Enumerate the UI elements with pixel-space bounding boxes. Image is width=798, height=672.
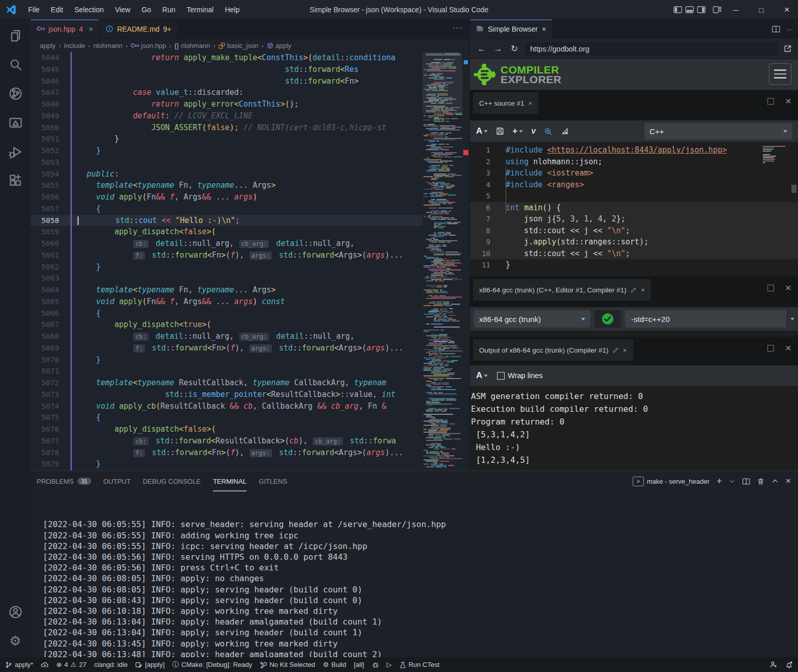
ce-scrollbar[interactable] [791,142,796,277]
options-dropdown-icon[interactable] [790,318,794,320]
editor-more-actions[interactable]: ··· [453,23,462,33]
code-line[interactable]: 5057 { [31,203,422,215]
tab-terminal[interactable]: TERMINAL [213,471,246,491]
ce-code-line[interactable]: 3#include <iostream> [470,167,798,179]
breadcrumb-item-method[interactable]: apply [267,42,291,49]
forward-icon[interactable]: → [492,44,504,54]
code-line[interactable]: 5056 void apply(Fn&& f, Args&& ... args) [31,191,422,203]
terminal-output[interactable]: [2022-04-30 06:05:55] INFO: serve_header… [31,491,798,672]
ce-code-line[interactable]: 9 j.apply(std::ranges::sort); [470,236,798,248]
settings-gear-icon[interactable]: ⚙ [3,628,28,654]
menu-go[interactable]: Go [137,4,156,16]
code-line[interactable]: 5052 } [31,145,422,157]
menu-run[interactable]: Run [158,4,180,16]
minimize-button[interactable]: ─ [725,0,747,19]
close-window-button[interactable]: × [776,0,798,19]
close-panel-icon[interactable]: × [786,476,791,486]
code-line[interactable]: 5051 } [31,133,422,145]
code-line[interactable]: 5067 apply_dispatch<true>( [31,319,422,331]
font-size-button[interactable]: A [476,126,488,136]
ce-source-tab[interactable]: C++ source #1 × [473,92,538,114]
add-pane-button[interactable]: + [512,126,523,136]
maximize-pane-icon[interactable]: □ [767,95,774,107]
ce-code-line[interactable]: 2using nlohmann::json; [470,156,798,168]
code-line[interactable]: 5078 f: std::forward<Fn>(f), args: std::… [31,447,422,459]
overview-ruler[interactable] [462,52,469,470]
debug-target-button[interactable] [372,661,379,668]
code-line[interactable]: 5058 std::cout << "Hello :-)\n"; [31,215,422,227]
code-line[interactable]: 5070 } [31,354,422,366]
branch-status[interactable]: apply* [5,661,33,668]
code-line[interactable]: 5071 [31,365,422,377]
close-pane-icon[interactable]: × [641,286,645,294]
code-line[interactable]: 5064 template<typename Fn, typename... A… [31,284,422,296]
split-editor-icon[interactable] [772,26,780,33]
code-line[interactable]: 5066 { [31,308,422,319]
terminal-dropdown-icon[interactable] [729,478,735,484]
code-line[interactable]: 5068 cb: detail::null_arg, cb_arg: detai… [31,331,422,342]
ctest-button[interactable]: Run CTest [400,661,440,668]
ce-code-line[interactable]: 8 std::cout << j << "\n"; [470,225,798,237]
breadcrumb-item[interactable]: nlohmann [93,42,122,49]
code-line[interactable]: 5060 cb: detail::null_arg, cb_arg: detai… [31,238,422,250]
problems-status[interactable]: ⊗4 ⚠27 [56,661,86,668]
ce-code-line[interactable]: 1#include <https://localhost:8443/apply/… [470,144,798,156]
back-icon[interactable]: ← [476,44,487,54]
toggle-sidebar-icon[interactable] [674,6,682,13]
tab-output[interactable]: OUTPUT [104,471,131,491]
close-tab-icon[interactable]: × [89,24,93,33]
menu-selection[interactable]: Selection [70,4,109,16]
url-input[interactable]: https://godbolt.org [525,42,778,56]
menu-edit[interactable]: Edit [46,4,68,16]
code-line[interactable]: 5046 std::forward<Fn> [31,76,422,87]
code-line[interactable]: 5062 } [31,261,422,273]
source-control-icon[interactable] [3,80,28,107]
search-icon[interactable] [3,51,28,78]
ce-code-line[interactable]: 11} [470,259,798,271]
breadcrumb-item[interactable]: apply [40,42,56,49]
reload-icon[interactable]: ↻ [509,43,520,54]
new-terminal-icon[interactable]: + [717,476,722,487]
toggle-panel-icon[interactable] [685,6,694,13]
save-icon[interactable] [496,127,504,135]
ce-code-line[interactable]: 10 std::cout << j << "\n"; [470,248,798,260]
split-terminal-icon[interactable] [742,478,750,485]
feedback-person-icon[interactable] [769,661,777,668]
breadcrumb-item-class[interactable]: basic_json [218,42,258,49]
close-pane-icon[interactable]: × [785,342,791,354]
tools-icon[interactable] [561,127,569,135]
kill-terminal-trash-icon[interactable] [757,478,764,485]
ce-logo-text[interactable]: COMPILER EXPLORER [501,65,562,84]
ce-logo-icon[interactable] [473,63,496,86]
code-line[interactable]: 5055 template<typename Fn, typename... A… [31,180,422,191]
language-select[interactable]: C++ [644,123,792,139]
rename-pencil-icon[interactable] [631,287,637,293]
toggle-secondary-sidebar-icon[interactable] [697,6,706,13]
tab-readme-md[interactable]: README.md 9+ [99,19,178,38]
code-line[interactable]: 5065 void apply(Fn&& f, Args&& ... args)… [31,296,422,308]
breadcrumb-item-namespace[interactable]: {}nlohmann [174,42,210,49]
code-line[interactable]: 5063 [31,272,422,284]
build-target[interactable]: [all] [354,661,364,668]
tab-problems[interactable]: PROBLEMS31 [37,471,91,491]
maximize-pane-icon[interactable]: □ [767,282,774,294]
menu-view[interactable]: View [110,4,135,16]
customize-layout-icon[interactable] [713,6,721,13]
extensions-icon[interactable] [3,167,28,194]
ce-output-tab[interactable]: Output of x86-64 gcc (trunk) (Compiler #… [473,339,633,361]
code-line[interactable]: 5072 template<typename ResultCallback, t… [31,377,422,389]
code-line[interactable]: 5061 f: std::forward<Fn>(f), args: std::… [31,250,422,261]
build-button[interactable]: ⚙ Build [323,661,346,668]
explorer-icon[interactable] [3,22,28,48]
breadcrumb-item-file[interactable]: C++json.hpp [131,42,166,49]
font-size-button[interactable]: A [476,370,488,381]
sync-changes-button[interactable] [41,661,48,668]
kit-status[interactable]: No Kit Selected [260,661,315,668]
browser-more-actions[interactable]: ··· [786,26,793,33]
code-line[interactable]: 5074 void apply_cb(ResultCallback && cb,… [31,401,422,412]
close-pane-icon[interactable]: × [529,99,533,107]
run-debug-icon[interactable] [3,138,28,165]
close-pane-icon[interactable]: × [623,346,627,354]
code-line[interactable]: 5054 public: [31,168,422,180]
ce-code-line[interactable]: 5 [470,190,798,202]
